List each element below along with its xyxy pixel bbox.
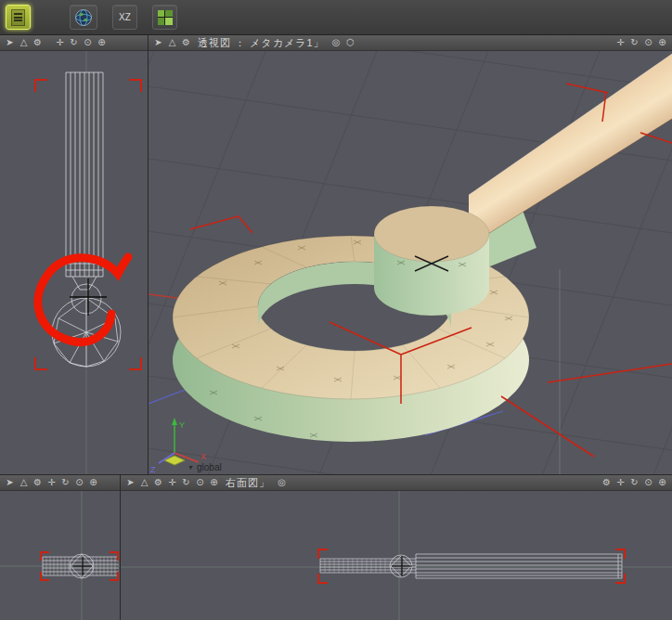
right-view-title[interactable]: 右面図」 [226, 476, 270, 490]
cylinder-mesh [374, 206, 489, 316]
coordinate-mode-label: global [197, 462, 222, 472]
x-axis-label: X [200, 452, 206, 461]
snap-tool-icon[interactable]: △ [17, 35, 31, 50]
object-mode-icon[interactable]: ⬡ [343, 35, 357, 50]
front-viewport: ➤ △ ⚙ ✛ ↻ ⊙ ⊕ [0, 35, 149, 475]
viewport-divider [148, 35, 149, 475]
perspective-viewport-canvas[interactable]: Y X Z ▼ global [149, 51, 672, 475]
select-tool-icon[interactable]: ➤ [3, 475, 17, 490]
zoom-view-icon[interactable]: ⊕ [95, 35, 109, 50]
top-viewport: ➤ △ ⚙ ✛ ↻ ⊙ ⊕ [0, 475, 121, 620]
viewport-background [0, 491, 121, 620]
magnify-view-icon[interactable]: ⊙ [81, 35, 95, 50]
y-axis-label: Y [179, 420, 185, 430]
camera-target-icon[interactable]: ◎ [330, 35, 343, 50]
zoom-view-icon[interactable]: ⊕ [86, 475, 100, 490]
xz-label: XZ [119, 12, 131, 22]
right-viewport: ➤ △ ⚙ ✛ ↻ ⊙ ⊕ 右面図」 ◎ ⚙ ✛ ↻ ⊙ ⊕ [121, 475, 672, 620]
panel-layout-button[interactable] [6, 5, 31, 30]
select-tool-icon[interactable]: ➤ [151, 35, 165, 50]
perspective-viewport-header: ➤ △ ⚙ 透視図 ： メタカメラ1」 ◎ ⬡ ✛ ↻ ⊙ ⊕ [149, 35, 672, 51]
pan-view-icon[interactable]: ✛ [45, 475, 58, 490]
pan-view-icon[interactable]: ✛ [614, 475, 627, 490]
magnify-view-icon[interactable]: ⊙ [641, 475, 655, 490]
magnify-view-icon[interactable]: ⊙ [193, 475, 207, 490]
snap-tool-icon[interactable]: △ [165, 35, 179, 50]
four-view-icon [158, 10, 173, 25]
camera-target-icon[interactable]: ◎ [275, 475, 289, 490]
front-viewport-header: ➤ △ ⚙ ✛ ↻ ⊙ ⊕ [0, 35, 149, 51]
pan-view-icon[interactable]: ✛ [614, 35, 627, 50]
world-view-button[interactable] [70, 5, 97, 30]
globe-icon [74, 8, 93, 27]
rotate-view-icon[interactable]: ↻ [627, 35, 641, 50]
viewport-layout-button[interactable] [152, 5, 177, 30]
rotate-view-icon[interactable]: ↻ [67, 35, 81, 50]
magnify-view-icon[interactable]: ⊙ [72, 475, 86, 490]
view-settings-icon[interactable]: ⚙ [179, 35, 193, 50]
front-viewport-canvas[interactable] [0, 51, 149, 475]
dropdown-arrow-icon: ▼ [187, 464, 194, 471]
pan-view-icon[interactable]: ✛ [53, 35, 67, 50]
magnify-view-icon[interactable]: ⊙ [641, 35, 655, 50]
viewport-divider [120, 475, 121, 620]
right-viewport-header: ➤ △ ⚙ ✛ ↻ ⊙ ⊕ 右面図」 ◎ ⚙ ✛ ↻ ⊙ ⊕ [121, 475, 672, 491]
perspective-viewport: ➤ △ ⚙ 透視図 ： メタカメラ1」 ◎ ⬡ ✛ ↻ ⊙ ⊕ [149, 35, 672, 475]
panel-list-icon [11, 9, 25, 26]
view-settings-icon[interactable]: ⚙ [31, 35, 45, 50]
perspective-view-title[interactable]: 透視図 ： メタカメラ1」 [198, 36, 325, 50]
view-settings-icon[interactable]: ⚙ [31, 475, 45, 490]
view-settings-icon[interactable]: ⚙ [151, 475, 165, 490]
select-tool-icon[interactable]: ➤ [123, 475, 137, 490]
snap-tool-icon[interactable]: △ [17, 475, 31, 490]
z-axis-label: Z [150, 465, 156, 474]
main-toolbar: XZ [0, 0, 672, 35]
viewport-divider [0, 474, 672, 475]
top-viewport-canvas[interactable] [0, 491, 121, 620]
top-viewport-header: ➤ △ ⚙ ✛ ↻ ⊙ ⊕ [0, 475, 121, 491]
view-settings-icon[interactable]: ⚙ [600, 475, 614, 490]
select-tool-icon[interactable]: ➤ [3, 35, 17, 50]
viewport-background [121, 491, 672, 620]
rotate-view-icon[interactable]: ↻ [58, 475, 72, 490]
pan-view-icon[interactable]: ✛ [165, 475, 179, 490]
zoom-view-icon[interactable]: ⊕ [655, 35, 669, 50]
right-viewport-canvas[interactable] [121, 491, 672, 620]
zoom-view-icon[interactable]: ⊕ [655, 475, 669, 490]
xz-axis-button[interactable]: XZ [112, 5, 137, 30]
zoom-view-icon[interactable]: ⊕ [207, 475, 221, 490]
rotate-view-icon[interactable]: ↻ [627, 475, 641, 490]
snap-tool-icon[interactable]: △ [137, 475, 151, 490]
rotate-view-icon[interactable]: ↻ [179, 475, 193, 490]
